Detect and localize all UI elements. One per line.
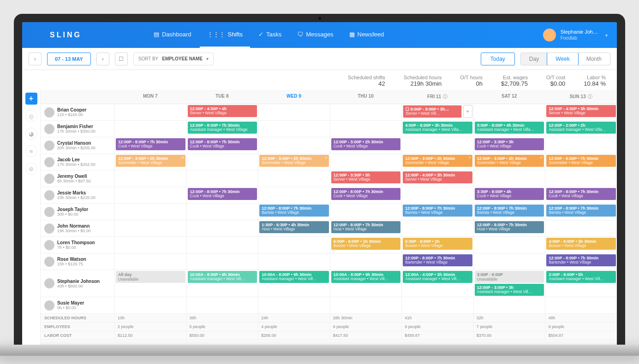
schedule-cell[interactable]: 4:00P - 8:00P • 3h 30minAssistant manage… (401, 121, 473, 137)
shift-block[interactable]: 12:00P - 3:00P • 2h 30minSommelier • Wes… (259, 155, 329, 167)
schedule-cell[interactable] (114, 253, 186, 270)
employee-cell[interactable]: Susie Mayer0h • $0.00 (41, 297, 114, 314)
schedule-cell[interactable]: 12:00P - 3:00P • 2h 30minCook • West Vil… (330, 137, 402, 154)
day-header[interactable]: FRI 11 (401, 90, 473, 104)
schedule-cell[interactable]: 10:00A - 8:00P • 9h 30minAssistant manag… (330, 270, 402, 297)
shift-block[interactable]: 12:00P - 8:00P • 7h 30minHost • West Vil… (331, 221, 401, 233)
shift-block[interactable]: 3:30P - 8:00P • 4hCook • West Village (475, 188, 544, 200)
shift-block[interactable]: 3:00P - 8:00P • 4h 30minAssistant manage… (475, 122, 544, 134)
shift-block[interactable]: 12:00P - 3:00P • 3hAssistant manager • W… (475, 284, 544, 296)
schedule-cell[interactable]: 3:00P - 6:00PUnavailable12:00P - 3:00P •… (473, 270, 545, 297)
schedule-cell[interactable]: All dayUnavailable (114, 270, 186, 297)
shift-block[interactable]: 12:00P - 4:30P • 4hServer • West Village (188, 105, 257, 117)
schedule-cell[interactable] (186, 204, 258, 220)
schedule-cell[interactable] (330, 104, 402, 121)
shift-block[interactable]: 12:00P - 2:00P • 2hAssistant manager • W… (546, 122, 616, 134)
shift-block[interactable]: 12:00P - 3:00P • 2h 30minSommelier • Wes… (475, 155, 544, 167)
employee-cell[interactable]: Benjamin Fisher17h 30min • $350.00 (41, 121, 114, 137)
shift-block[interactable]: 5:30P - 8:00P • 2hBusser • West Village (403, 238, 472, 250)
schedule-cell[interactable]: 12:00P - 3:00P • 2h 30minSommelier • Wes… (258, 154, 330, 170)
schedule-cell[interactable]: 5:30P - 8:00P • 2hBusser • West Village (401, 237, 473, 253)
schedule-cell[interactable]: 12:00P - 3:30P • 3hServer • West Village (330, 170, 402, 187)
schedule-cell[interactable]: 12:00P - 3:00P • 2h 30minSommelier • Wes… (114, 154, 186, 170)
shift-block[interactable]: 12:00P - 8:00P • 7h 30minBartender • Wes… (403, 254, 472, 266)
shift-block[interactable]: 12:00P - 3:00P • 2h 30minCook • West Vil… (331, 138, 401, 150)
schedule-cell[interactable]: 12:00P - 8:00P • 7h 30minCook • West Vil… (114, 137, 186, 154)
schedule-cell[interactable]: 12:00P - 8:00P • 7h 30minBartender • Wes… (401, 253, 473, 270)
date-range-button[interactable]: 07 - 13 MAY (47, 53, 91, 65)
schedule-cell[interactable] (545, 170, 617, 187)
schedule-cell[interactable] (258, 121, 330, 137)
schedule-cell[interactable] (186, 237, 258, 253)
schedule-cell[interactable] (258, 104, 330, 121)
day-header[interactable]: SAT 12 (473, 90, 545, 104)
day-header[interactable]: TUE 8 (186, 90, 258, 104)
shift-block[interactable]: 10:00A - 8:00P • 9h 30minAssistant manag… (188, 271, 257, 283)
schedule-cell[interactable]: 12:00P - 8:00P • 7h 30minHost • West Vil… (473, 220, 545, 237)
employee-cell[interactable]: Brian Cooper11h • $165.00 (41, 104, 114, 121)
shift-block[interactable]: 12:00P - 8:00P • 7h 30minCook • West Vil… (331, 188, 401, 200)
schedule-cell[interactable]: 12:00P - 3:00P • 2h 30minSommelier • Wes… (401, 154, 473, 170)
view-week[interactable]: Week (547, 53, 578, 65)
nav-messages[interactable]: 🗨Messages (290, 22, 340, 48)
schedule-cell[interactable] (114, 297, 186, 314)
prev-week-button[interactable]: ‹ (29, 53, 42, 65)
schedule-cell[interactable] (258, 297, 330, 314)
employee-cell[interactable]: Joseph Taylor30h • $0.00 (41, 204, 114, 220)
employee-cell[interactable]: Jeremy Owell6h 30min • $97.50 (41, 170, 114, 187)
shift-block[interactable]: 12:00P - 8:00P • 7h 30minBarista • West … (403, 205, 472, 217)
schedule-cell[interactable] (114, 204, 186, 220)
schedule-cell[interactable]: 3:30P - 8:00P • 4hCook • West Village (473, 187, 545, 204)
shift-block[interactable]: 12:00A - 4:00P • 3h 30minAssistant manag… (403, 271, 472, 283)
shift-block[interactable]: 1:30P - 6:30P • 4h 30minHost • West Vill… (259, 221, 329, 233)
employee-cell[interactable]: John Normann19h 30min • $0.00 (41, 220, 114, 237)
shift-block[interactable]: 12:00P - 8:00P • 7h 30minBarista • West … (546, 205, 616, 217)
people-icon[interactable]: ◕ (25, 128, 37, 140)
schedule-cell[interactable] (258, 137, 330, 154)
schedule-cell[interactable] (114, 170, 186, 187)
shift-block[interactable]: 12:00P - 8:00P • 7h 30minCook • West Vil… (188, 138, 257, 150)
shift-block[interactable]: 10:00A - 8:00P • 9h 30minAssistant manag… (259, 271, 329, 283)
employee-cell[interactable]: Crystal Hanson20h 30min • $205.00 (41, 137, 114, 154)
shift-block[interactable]: 12:00P - 8:00P • 7h 30minAssistant manag… (188, 122, 257, 134)
schedule-cell[interactable] (258, 237, 330, 253)
schedule-cell[interactable]: 12:00P - 8:00P • 7h 30minBarista • West … (401, 204, 473, 220)
today-button[interactable]: Today (481, 53, 515, 65)
nav-tasks[interactable]: ✓Tasks (251, 22, 289, 48)
schedule-cell[interactable]: 12:00P - 8:00P • 7h 30minCook • West Vil… (330, 187, 402, 204)
employee-cell[interactable]: Stephanie Johnson40h • $800.00 (41, 270, 114, 297)
schedule-cell[interactable]: 12:00P - 4:30P • 4hServer • West Village (186, 104, 258, 121)
nav-dashboard[interactable]: ▤Dashboard (146, 22, 199, 48)
schedule-cell[interactable] (545, 297, 617, 314)
schedule-cell[interactable] (258, 253, 330, 270)
schedule-cell[interactable] (186, 170, 258, 187)
schedule-cell[interactable] (330, 121, 402, 137)
schedule-cell[interactable]: 12:00P - 8:00P • 7h 30minAssistant manag… (186, 121, 258, 137)
shift-block[interactable]: 12:00P - 8:00P • 7h 30minCook • West Vil… (546, 188, 616, 200)
next-week-button[interactable]: › (96, 53, 109, 65)
schedule-cell[interactable] (186, 220, 258, 237)
shift-block[interactable]: 12:00P - 8:00P • 7h 30minBartender • Wes… (546, 254, 616, 266)
shift-block[interactable]: 12:00P - 4:30P • 3h 30minServer • West V… (546, 105, 616, 117)
schedule-cell[interactable]: 12:00P - 8:00P • 7h 30minCook • West Vil… (186, 137, 258, 154)
shift-block[interactable]: 4:00P - 8:00P • 3h 30minBusser • West Vi… (546, 238, 616, 250)
shift-block[interactable]: 10:00A - 8:00P • 9h 30minAssistant manag… (331, 271, 401, 283)
schedule-cell[interactable] (114, 220, 186, 237)
shift-block[interactable]: 12:00P - 3:30P • 3hCook • West Village (475, 138, 544, 150)
shift-block[interactable]: 12:00P - 8:00P • 7h 30minBarista • West … (259, 205, 329, 217)
day-header[interactable]: SUN 13 (545, 90, 617, 104)
calendar-square-button[interactable]: ☐ (115, 53, 128, 65)
schedule-cell[interactable]: 12:00P - 3:00P • 2h 30minSommelier • Wes… (473, 154, 545, 170)
schedule-cell[interactable]: 10:00A - 8:00P • 9h 30minAssistant manag… (186, 270, 258, 297)
schedule-cell[interactable] (114, 187, 186, 204)
schedule-cell[interactable] (186, 297, 258, 314)
schedule-cell[interactable] (401, 137, 473, 154)
schedule-cell[interactable]: 12:00P - 2:00P • 2hAssistant manager • W… (545, 121, 617, 137)
schedule-cell[interactable]: 12:00P - 8:00P • 7h 30minCook • West Vil… (186, 187, 258, 204)
employee-cell[interactable]: Rose Watson15h • $129.75 (41, 253, 114, 270)
list-icon[interactable]: ≡ (25, 145, 37, 157)
shift-block[interactable]: 4:00P - 8:00P • 3h 30minAssistant manage… (403, 122, 472, 134)
schedule-cell[interactable]: 12:00A - 4:00P • 3h 30minAssistant manag… (401, 270, 473, 297)
add-shift-button[interactable]: + (25, 93, 37, 105)
schedule-cell[interactable] (473, 297, 545, 314)
